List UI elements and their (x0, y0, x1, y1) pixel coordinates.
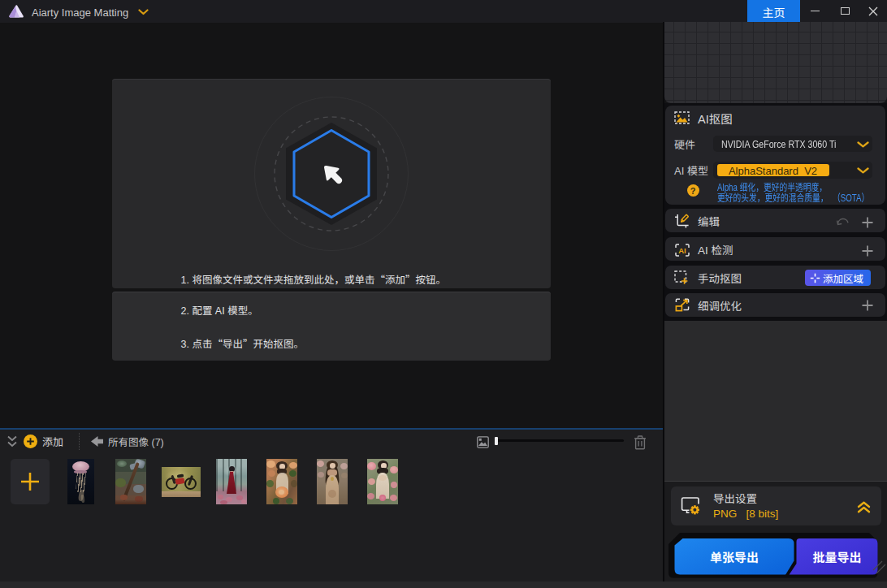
svg-text:AI: AI (678, 245, 686, 254)
